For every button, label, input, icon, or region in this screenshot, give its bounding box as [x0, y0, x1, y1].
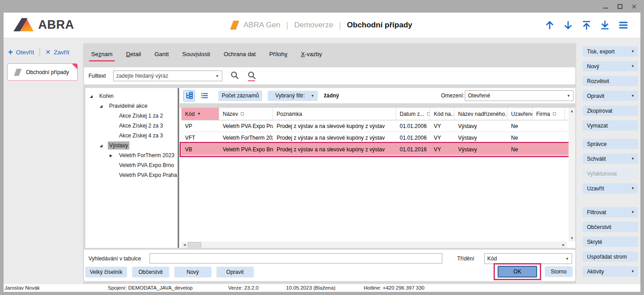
document-tab-label: Obchodní případy	[26, 69, 69, 75]
tab-accelerator: X	[301, 51, 305, 57]
column-header-k-d[interactable]: Kód▼	[181, 108, 219, 120]
search-advanced-icon[interactable]	[247, 71, 256, 81]
tree-item-v-stavy[interactable]: ◢Výstavy	[85, 141, 177, 150]
list-view-toggle-icon[interactable]	[198, 90, 210, 101]
action-button-spr-vce[interactable]: Správce	[582, 139, 638, 149]
tab-seznam[interactable]: Seznam	[91, 51, 113, 57]
tree-item-ko-en[interactable]: ◢Kořen	[85, 91, 177, 101]
table-row-vb[interactable]: VBVeletrh PVA Expo BrnoProdej z výstav a…	[181, 144, 569, 155]
footer-button-velk-seln-k[interactable]: Velký číselník	[85, 267, 127, 277]
column-header-firma[interactable]: Firma	[533, 108, 565, 120]
action-button-aktivity[interactable]: Aktivity▼	[582, 266, 638, 277]
page-title: Obchodní případy	[347, 21, 412, 30]
tree-item-akce-z-skej-4-za-3[interactable]: Akce Získej 4 za 3	[85, 131, 177, 141]
vertical-scrollbar[interactable]: ▲ ▼	[569, 108, 575, 242]
scroll-down-icon[interactable]: ▼	[570, 235, 574, 242]
scroll-left-icon[interactable]: ◄	[181, 243, 188, 247]
restriction-combobox[interactable]: Otevřené ▼	[465, 90, 573, 101]
tab-detail[interactable]: Detail	[126, 51, 141, 57]
tree-item-veletrh-pva-expo-brno[interactable]: Veletrh PVA Expo Brno	[85, 160, 177, 170]
tab-p-lohy[interactable]: Přílohy	[269, 51, 287, 57]
dropdown-arrow-icon: ▼	[631, 269, 635, 273]
action-button-filtrovat[interactable]: Filtrovat▼	[582, 207, 638, 217]
menu-icon[interactable]	[618, 20, 629, 31]
table-toolbar: Počet záznamů Vybraný filtr: ▼ žádný Ome…	[180, 88, 575, 103]
tab-gantt[interactable]: Gantt	[154, 51, 169, 57]
tree-item-pravideln-akce[interactable]: ◢Pravidelné akce	[85, 101, 177, 111]
footer-button-nov[interactable]: Nový	[174, 267, 212, 277]
collapsed-icon[interactable]: ▶	[110, 154, 118, 158]
close-button[interactable]: ✕	[631, 3, 638, 10]
action-button-vymazat[interactable]: Vymazat	[582, 120, 638, 131]
action-button-skryt[interactable]: Skryté	[582, 237, 638, 247]
expanded-icon[interactable]: ◢	[100, 104, 108, 108]
tree-item-akce-z-skej-1-za-2[interactable]: Akce Získej 1 za 2	[85, 111, 177, 121]
action-button-ob-erstvit[interactable]: Občerstvit	[582, 222, 638, 232]
horizontal-scrollbar[interactable]: ◄ ►	[181, 242, 567, 248]
arrow-to-top-icon[interactable]	[581, 20, 592, 31]
document-tab-obchodni-pripady[interactable]: Obchodní případy	[7, 63, 78, 81]
tree-item-akce-z-skej-2-za-3[interactable]: Akce Získej 2 za 3	[85, 121, 177, 131]
cell-datum-z: 01.01.2006	[396, 132, 430, 143]
action-button-uzav-t[interactable]: Uzavřít▼	[582, 183, 638, 194]
action-button-rozv-tvit[interactable]: Rozvětvit	[582, 76, 638, 86]
main-panel: SeznamDetailGanttSouvislostiOchrana datP…	[83, 43, 576, 284]
column-header-pozn-mka[interactable]: Poznámka	[273, 108, 396, 120]
table-search-input[interactable]	[150, 253, 442, 264]
ok-button[interactable]: OK	[498, 266, 537, 277]
fulltext-combobox[interactable]: ▼	[113, 70, 222, 81]
column-marker-icon	[241, 112, 244, 115]
selected-filter-button[interactable]: Vybraný filtr: ▼	[268, 91, 318, 101]
table-row-vp[interactable]: VPVeletrh PVA Expo PrahaProdej z výstav …	[181, 120, 569, 132]
action-button-tisk-export[interactable]: Tisk, export▼	[582, 46, 638, 57]
close-icon: ✕	[631, 3, 637, 10]
tree-item-veletrh-pva-expo-praha[interactable]: Veletrh PVA Expo Praha	[85, 170, 177, 180]
column-header-n-zev[interactable]: Název	[219, 108, 273, 120]
record-count-button[interactable]: Počet záznamů	[218, 91, 262, 101]
tab-label: Příloh	[269, 51, 284, 57]
tab-souvislosti[interactable]: Souvislosti	[182, 51, 210, 57]
tab-x-vazby[interactable]: X-vazby	[301, 51, 322, 57]
scroll-up-icon[interactable]: ▲	[570, 108, 574, 114]
table-row-vft[interactable]: VFTVeletrh ForTherm 2023Prodej z výstav …	[181, 132, 569, 144]
search-icon[interactable]	[230, 71, 239, 81]
scroll-right-icon[interactable]: ►	[560, 243, 567, 247]
chevron-down-icon: ▼	[216, 74, 219, 78]
open-document-button[interactable]: + Otevřít	[8, 48, 34, 56]
action-button-uspo-dat-strom[interactable]: Uspořádat strom	[582, 251, 638, 262]
column-header-datum-z[interactable]: Datum z...	[396, 108, 430, 120]
panel-splitter[interactable]	[178, 88, 179, 248]
arrow-down-icon[interactable]	[563, 20, 573, 31]
column-header-uzav-eno[interactable]: Uzavřeno	[507, 108, 533, 120]
tree-item-label: Akce Získej 1 za 2	[118, 112, 164, 120]
expanded-icon[interactable]: ◢	[100, 144, 108, 148]
tree-view-toggle-icon[interactable]	[183, 90, 195, 101]
action-button-opravit[interactable]: Opravit▼	[582, 91, 638, 101]
action-button-schv-lit[interactable]: Schválit▼	[582, 154, 638, 164]
maximize-button[interactable]	[616, 3, 623, 10]
chevron-down-icon: ▼	[311, 94, 314, 98]
fulltext-input[interactable]	[114, 72, 222, 79]
tree-item-veletrh-fortherm-2023[interactable]: ▶Veletrh ForTherm 2023	[85, 150, 177, 160]
cell-uzav-eno: Ne	[507, 120, 533, 132]
status-connection: Spojení: DEMODATA_JAVA_develop	[108, 285, 193, 291]
cell-datum-z: 01.01.2006	[396, 120, 430, 132]
close-document-button[interactable]: ✕ Zavřít	[45, 49, 69, 56]
column-header-k-d-na[interactable]: Kód na...	[430, 108, 454, 120]
arrow-up-icon[interactable]	[544, 20, 555, 31]
tab-ochrana-dat[interactable]: Ochrana dat	[224, 51, 256, 57]
footer-button-ob-erstvit[interactable]: Občerstvit	[132, 267, 169, 277]
scrollbar-thumb[interactable]	[188, 242, 201, 247]
cell-uzav-eno: Ne	[507, 144, 533, 155]
action-button-nov[interactable]: Nový▼	[582, 61, 638, 71]
storno-button[interactable]: Storno	[545, 266, 573, 277]
minimize-icon	[603, 4, 608, 9]
footer-button-opravit[interactable]: Opravit	[216, 267, 254, 277]
column-header-label: Kód	[185, 111, 194, 117]
expanded-icon[interactable]: ◢	[90, 94, 98, 98]
sort-combobox[interactable]: Kód ▼	[484, 253, 572, 264]
action-button-zkop-rovat[interactable]: Zkopírovat	[582, 106, 638, 116]
column-header-n-zev-nad-zen-ho[interactable]: Název nadřízeného...	[454, 108, 507, 120]
arrow-to-bottom-icon[interactable]	[600, 20, 610, 31]
minimize-button[interactable]	[602, 3, 609, 10]
